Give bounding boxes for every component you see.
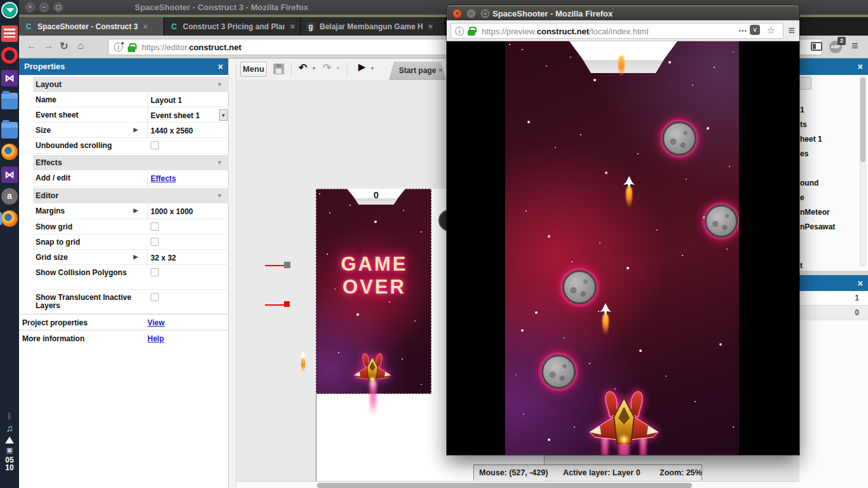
tree-item-partial[interactable]: ound (800, 179, 818, 187)
gray-handle-marker[interactable] (284, 262, 290, 268)
red-handle-marker[interactable] (284, 301, 290, 307)
checkbox[interactable] (151, 293, 159, 301)
dropdown-icon[interactable]: ▾ (219, 109, 227, 121)
expander-icon[interactable]: ▶ (133, 126, 138, 133)
file-manager-icon[interactable] (1, 122, 18, 139)
instance-value-row[interactable]: 1 (799, 291, 868, 306)
reload-icon[interactable]: ↻ (60, 40, 68, 52)
forward-icon[interactable]: → (43, 40, 53, 51)
project-tree[interactable]: 1 ts heet 1 es ound e nMeteor nPesawat t (799, 75, 868, 271)
start-page-close-icon[interactable]: × (438, 66, 442, 74)
property-value[interactable]: 1000 x 1000 (147, 203, 229, 219)
player-ship-sprite[interactable] (352, 349, 393, 383)
tab-belajar[interactable]: g Belajar Membangun Game H × (301, 17, 445, 36)
instance-value-row[interactable]: 0 (799, 306, 868, 320)
start-page-tab[interactable]: Start page (389, 62, 446, 80)
visual-studio-icon[interactable]: ⋈ (1, 166, 18, 183)
collapse-icon[interactable]: ▼ (217, 77, 222, 92)
app-launcher-icon[interactable] (1, 2, 18, 18)
background-sprite[interactable]: 0 GAME OVER (316, 189, 431, 394)
url-bar[interactable]: ⓘ https://preview.construct.net/local/in… (451, 23, 783, 39)
scrollbar-thumb[interactable] (317, 483, 692, 488)
back-icon[interactable]: ← (27, 40, 37, 51)
archive-app-icon[interactable]: a (1, 188, 18, 205)
tab-close-icon[interactable]: × (290, 22, 295, 31)
close-window-button[interactable]: × (452, 9, 462, 18)
section-layout[interactable]: Layout ▼ (33, 77, 229, 92)
tree-item-partial[interactable]: nMeteor (800, 208, 830, 217)
save-icon[interactable] (273, 64, 284, 74)
game-canvas[interactable] (505, 41, 739, 455)
menu-button[interactable]: Menu (240, 62, 267, 77)
minimize-window-button[interactable]: – (466, 9, 476, 18)
tree-item-partial[interactable]: e (800, 193, 804, 202)
redo-icon[interactable]: ↷ (323, 62, 331, 74)
close-icon[interactable]: × (858, 275, 863, 292)
play-dropdown-icon[interactable]: ▾ (371, 65, 374, 71)
properties-panel-header[interactable]: Properties (19, 58, 228, 75)
pocket-icon[interactable]: ∨ (750, 25, 760, 35)
redo-dropdown-icon[interactable]: ▾ (337, 65, 339, 71)
flame-sprite[interactable] (299, 351, 307, 372)
checkbox[interactable] (151, 222, 159, 231)
section-editor[interactable]: Editor ▼ (33, 188, 229, 203)
properties-scrollbar[interactable] (229, 58, 236, 488)
firefox-active-icon[interactable] (1, 210, 18, 227)
tree-item-partial[interactable]: 1 (800, 105, 804, 114)
collapse-icon[interactable]: ▼ (217, 188, 222, 203)
expander-icon[interactable]: ▶ (133, 254, 138, 260)
tree-item-partial[interactable]: t (800, 261, 803, 270)
site-info-icon[interactable]: ⓘ (455, 26, 464, 37)
close-icon[interactable]: × (218, 58, 223, 75)
checkbox[interactable] (151, 268, 159, 276)
visual-studio-icon[interactable]: ⋈ (1, 70, 18, 86)
undo-icon[interactable]: ↶ (299, 62, 307, 74)
expander-icon[interactable]: ▶ (133, 207, 138, 214)
firefox-icon[interactable] (1, 144, 18, 160)
project-scrollbar[interactable] (860, 76, 866, 267)
tab-close-icon[interactable]: × (428, 22, 433, 31)
help-link[interactable]: Help (147, 334, 164, 343)
panel-resize-gutter[interactable] (799, 271, 868, 275)
close-icon[interactable]: × (858, 58, 863, 75)
tab-pricing[interactable]: C Construct 3 Pricing and Plan × (165, 17, 301, 36)
tab-spaceshooter[interactable]: C SpaceShooter - Construct 3 × (19, 17, 164, 36)
section-effects[interactable]: Effects ▼ (33, 155, 229, 170)
tree-item-partial[interactable]: heet 1 (800, 135, 822, 144)
close-window-button[interactable]: × (25, 3, 35, 12)
horizontal-scrollbar[interactable] (236, 481, 868, 488)
play-icon[interactable]: ▶ (358, 62, 365, 72)
minimize-window-button[interactable]: – (39, 3, 49, 12)
property-value[interactable]: Layout 1 (147, 92, 229, 107)
property-value[interactable]: Event sheet 1 (147, 107, 229, 123)
home-icon[interactable]: ⌂ (78, 40, 84, 51)
checkbox[interactable] (151, 238, 159, 246)
bluetooth-icon[interactable]: ᛒ (0, 411, 19, 421)
tree-item-partial[interactable]: es (800, 149, 808, 158)
file-manager-icon[interactable] (1, 93, 18, 109)
tree-item-partial[interactable]: ts (800, 120, 807, 129)
maximize-window-button[interactable]: ▢ (480, 9, 490, 18)
sidebar-toggle-icon[interactable] (811, 42, 822, 51)
hamburger-menu-icon[interactable]: ≡ (788, 24, 795, 37)
opera-browser-icon[interactable] (1, 47, 18, 64)
bookmark-star-icon[interactable]: ☆ (767, 25, 775, 36)
property-value[interactable]: 32 x 32 (147, 250, 229, 265)
preview-titlebar[interactable]: × – ▢ SpaceShooter - Mozilla Firefox (447, 5, 799, 20)
wifi-icon[interactable] (5, 437, 14, 444)
hamburger-menu-icon[interactable]: ≡ (851, 39, 858, 53)
music-icon[interactable]: ♫ (0, 423, 19, 433)
scrollbar-thumb[interactable] (860, 78, 865, 162)
view-link[interactable]: View (147, 318, 165, 327)
page-actions-icon[interactable]: ••• (738, 27, 747, 34)
tree-item-partial[interactable]: nPesawat (800, 222, 835, 231)
collapse-icon[interactable]: ▼ (217, 155, 222, 170)
undo-dropdown-icon[interactable]: ▾ (313, 65, 315, 71)
checkbox[interactable] (151, 141, 159, 149)
property-value[interactable]: 1440 x 2560 (147, 123, 229, 138)
maximize-window-button[interactable]: ▢ (53, 3, 63, 12)
tab-close-icon[interactable]: × (143, 22, 148, 31)
presentation-app-icon[interactable] (1, 25, 18, 42)
battery-icon[interactable]: ▣ (0, 446, 19, 454)
search-box-partial[interactable] (799, 77, 811, 90)
